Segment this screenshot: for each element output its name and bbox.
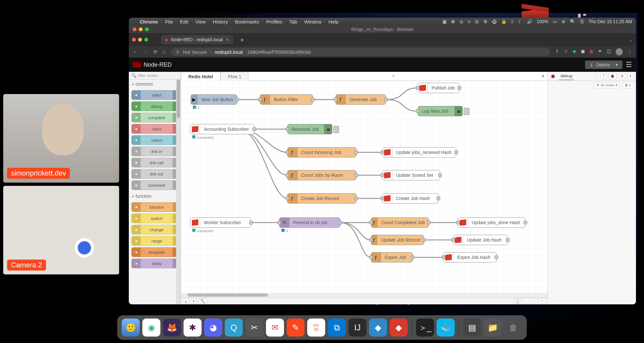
- status-icon[interactable]: ⎋: [468, 19, 470, 24]
- palette-node-comment[interactable]: ●comment: [131, 180, 178, 190]
- add-flow-button[interactable]: ＋: [388, 71, 399, 81]
- input-port[interactable]: [286, 128, 289, 131]
- mail-icon[interactable]: ✉: [266, 319, 284, 337]
- input-port[interactable]: [278, 221, 281, 224]
- share-icon[interactable]: ⇪: [555, 48, 559, 55]
- palette-node-catch[interactable]: ●catch: [131, 124, 178, 134]
- menu-history[interactable]: History: [213, 19, 228, 24]
- flow-canvas[interactable]: ▶ New Job Button 1 ƒ Button Filter ƒ Gen…: [181, 81, 547, 297]
- input-port[interactable]: [258, 98, 262, 101]
- menu-file[interactable]: File: [165, 19, 173, 24]
- not-secure-icon[interactable]: ⚠: [175, 49, 180, 55]
- node-log-new-job[interactable]: Log New Job ≣: [418, 106, 463, 116]
- main-menu-icon[interactable]: ☰: [626, 61, 632, 69]
- input-port[interactable]: [286, 197, 289, 200]
- menu-edit[interactable]: Edit: [180, 19, 188, 24]
- input-port[interactable]: [381, 197, 384, 200]
- macos-dock[interactable]: 🙂 ◉ 🦊 ✱ ◕ Q ✂ ✉ ✎ DEC15 ⧉ IJ ◆ ◆ ＞_ 🐳 ▤ …: [117, 315, 527, 340]
- output-port[interactable]: [438, 174, 442, 177]
- bookmark-icon[interactable]: ☆: [564, 48, 568, 55]
- palette-node-debug[interactable]: ●debug: [131, 101, 178, 111]
- output-port[interactable]: [458, 86, 461, 90]
- forward-button[interactable]: →: [143, 49, 148, 55]
- nav-next-icon[interactable]: ▾: [191, 299, 196, 304]
- extension-icon[interactable]: ◆: [573, 48, 576, 55]
- chrome-icon[interactable]: ◉: [142, 319, 160, 337]
- output-port[interactable]: [437, 197, 440, 200]
- window-titlebar[interactable]: things_on_thursdays - Browser: [129, 25, 636, 33]
- sidebar-tab-debug[interactable]: debug: [559, 72, 574, 80]
- node-create-record[interactable]: ƒ Create Job Record: [287, 193, 356, 204]
- output-port[interactable]: [411, 256, 414, 259]
- output-port[interactable]: [454, 151, 458, 154]
- palette-node-link-call[interactable]: ●link call: [131, 158, 178, 167]
- category-common[interactable]: common: [129, 80, 181, 89]
- input-port[interactable]: [442, 256, 445, 259]
- flow-list-icon[interactable]: ▾: [538, 72, 547, 81]
- node-new-job-button[interactable]: ▶ New Job Button 1: [191, 94, 237, 105]
- extension-icon[interactable]: ◉: [589, 48, 593, 55]
- node-update-sorted-set[interactable]: Update Sorted Set: [382, 170, 440, 180]
- nodered-logo[interactable]: Node-RED: [133, 62, 172, 68]
- menubar-app-name[interactable]: Chrome: [140, 19, 158, 24]
- address-bar[interactable]: ⚠ Not Secure | redispi3.local:1880/#flow…: [171, 48, 550, 56]
- node-update-jobs-done[interactable]: Update jobs_done Hash: [458, 217, 526, 228]
- close-button[interactable]: [133, 27, 137, 31]
- trash-icon[interactable]: 🗑: [504, 319, 522, 337]
- output-port[interactable]: [524, 221, 527, 224]
- back-button[interactable]: ←: [133, 49, 138, 55]
- input-port[interactable]: [286, 151, 289, 154]
- control-center-icon[interactable]: ☰: [580, 19, 584, 24]
- palette-node-change[interactable]: ●change: [131, 225, 178, 234]
- output-port[interactable]: [249, 221, 253, 224]
- macos-menubar[interactable]: Chrome File Edit View History Bookmarks …: [129, 18, 636, 25]
- menu-bookmarks[interactable]: Bookmarks: [235, 19, 259, 24]
- status-icon[interactable]: ◎: [459, 19, 463, 24]
- search-icon[interactable]: 🔍: [570, 19, 575, 24]
- output-port[interactable]: [384, 98, 388, 101]
- input-port[interactable]: [286, 174, 289, 177]
- app-icon[interactable]: ✂: [245, 319, 263, 337]
- debug-tab-icon[interactable]: 🐞: [608, 73, 617, 79]
- folder-icon[interactable]: 📁: [484, 319, 502, 337]
- traffic-lights[interactable]: [133, 27, 149, 31]
- quicktime-icon[interactable]: Q: [225, 319, 243, 337]
- filter-nodes-input[interactable]: 🔍 filter nodes: [129, 72, 181, 80]
- lock-icon[interactable]: 🔒: [501, 19, 507, 24]
- maximize-button[interactable]: [145, 27, 149, 31]
- input-port[interactable]: [369, 221, 373, 224]
- input-port[interactable]: [369, 238, 373, 242]
- chrome-menu-icon[interactable]: ⋮: [627, 48, 632, 55]
- output-port[interactable]: [355, 151, 358, 154]
- node-button-filter[interactable]: ƒ Button Filter: [260, 94, 313, 105]
- minimize-button[interactable]: [138, 38, 142, 42]
- status-icon[interactable]: ▦: [442, 19, 447, 24]
- node-expire-job-hash[interactable]: Expire Job Hash: [443, 252, 497, 262]
- zoom-reset-icon[interactable]: ○: [531, 299, 537, 304]
- palette-node-switch[interactable]: ●switch: [131, 214, 178, 223]
- node-count-by-room[interactable]: ƒ Count Jobs by Room: [287, 170, 356, 180]
- output-port[interactable]: [311, 98, 315, 101]
- output-port[interactable]: [355, 174, 358, 177]
- output-port[interactable]: [495, 256, 498, 259]
- palette-node-link-in[interactable]: ●link in: [131, 147, 178, 156]
- menubar-clock[interactable]: Thu Dec 15 11:25 AM: [589, 19, 632, 24]
- reload-button[interactable]: ⟳: [153, 49, 157, 55]
- output-port[interactable]: [338, 221, 342, 224]
- palette-node-template[interactable]: ●template: [131, 247, 178, 257]
- folder-icon[interactable]: ▤: [463, 319, 481, 337]
- extensions-icon[interactable]: ✦: [598, 48, 602, 55]
- palette-scrollbar[interactable]: [176, 80, 181, 304]
- terminal-icon[interactable]: ＞_: [416, 319, 434, 337]
- node-update-record[interactable]: ƒ Update Job Record: [371, 235, 424, 245]
- zoom-in-icon[interactable]: +: [539, 299, 545, 304]
- discord-icon[interactable]: ◕: [204, 319, 222, 337]
- palette-node-function[interactable]: ●function: [131, 202, 178, 212]
- status-icon[interactable]: ⚙: [483, 19, 488, 24]
- extension-icon[interactable]: ◼: [581, 48, 585, 55]
- inner-traffic-lights[interactable]: [132, 38, 148, 42]
- menu-help[interactable]: Help: [328, 19, 338, 24]
- debug-toggle[interactable]: [333, 126, 339, 133]
- node-update-jobs-received[interactable]: Update jobs_received Hash: [382, 147, 456, 157]
- maximize-button[interactable]: [144, 38, 148, 42]
